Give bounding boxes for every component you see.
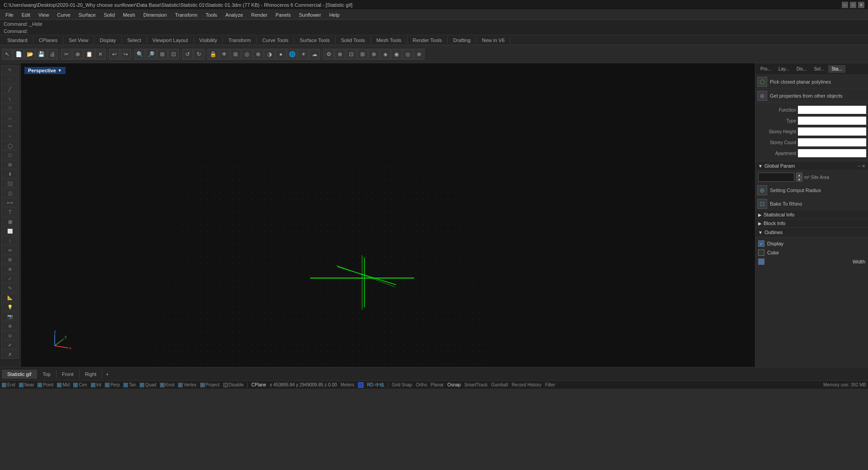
tool-analyze2[interactable]: 📐: [1, 293, 19, 302]
tool-undo[interactable]: ↩: [109, 49, 120, 60]
menu-view[interactable]: View: [35, 11, 53, 19]
stepper-down[interactable]: ▼: [796, 177, 802, 182]
tab-transform[interactable]: Transform: [223, 37, 257, 44]
menu-dimension[interactable]: Dimension: [140, 11, 170, 19]
tool-point[interactable]: ·: [1, 75, 19, 84]
tool-copy[interactable]: ⊕: [72, 49, 83, 60]
tool-misc8[interactable]: ◎: [402, 49, 413, 60]
tab-drafting[interactable]: Drafting: [448, 37, 476, 44]
tab-select[interactable]: Select: [122, 37, 147, 44]
tool-render-shade[interactable]: ●: [275, 49, 286, 60]
checkbox-near[interactable]: ✓: [19, 383, 24, 387]
checkbox-vertex[interactable]: ✓: [178, 383, 183, 387]
viewport-dropdown-icon[interactable]: ▼: [58, 68, 62, 73]
tool-circle[interactable]: ○: [1, 132, 19, 141]
pick-polylines-icon[interactable]: ⬡: [757, 77, 767, 87]
view-tab-right[interactable]: Right: [80, 370, 103, 379]
tab-display[interactable]: Display: [94, 37, 122, 44]
status-planar[interactable]: Planar: [431, 382, 444, 387]
tab-mesh-tools[interactable]: Mesh Tools: [371, 37, 407, 44]
checkbox-project[interactable]: ✓: [200, 383, 205, 387]
stepper-up[interactable]: ▲: [796, 173, 802, 177]
tool-globe[interactable]: 🌐: [287, 49, 297, 60]
view-tab-add-icon[interactable]: +: [102, 370, 112, 379]
tool-zoom-out[interactable]: 🔎: [146, 49, 156, 60]
tool-extra2[interactable]: ⊙: [1, 331, 19, 340]
site-area-input[interactable]: 33110.00: [758, 173, 794, 182]
viewport-area[interactable]: Perspective ▼: [21, 63, 755, 367]
tool-zoom-in[interactable]: 🔍: [134, 49, 145, 60]
tool-mirror[interactable]: ⇔: [1, 245, 19, 254]
statistical-info-header[interactable]: ▶ Statistical Info: [755, 211, 868, 219]
block-info-header[interactable]: ▶ Block Info: [755, 219, 868, 228]
tool-cam[interactable]: 📷: [1, 312, 19, 321]
tool-misc4[interactable]: ⊞: [357, 49, 368, 60]
tool-misc2[interactable]: ⊕: [335, 49, 345, 60]
setting-comput-icon[interactable]: ⊛: [757, 185, 767, 195]
tool-open[interactable]: 📂: [24, 49, 35, 60]
tool-text[interactable]: T: [1, 207, 19, 216]
panel-tab-display[interactable]: Dis...: [793, 65, 810, 73]
site-area-stepper[interactable]: ▲ ▼: [796, 173, 802, 182]
checkbox-int[interactable]: ✓: [91, 383, 95, 387]
status-ortho[interactable]: Ortho: [416, 382, 427, 387]
tool-save[interactable]: 💾: [36, 49, 47, 60]
menu-transform[interactable]: Transform: [171, 11, 201, 19]
get-properties-icon[interactable]: ⊕: [757, 91, 767, 101]
tool-dim[interactable]: ⟺: [1, 198, 19, 207]
checkbox-cen[interactable]: ✓: [73, 383, 78, 387]
tool-extra3[interactable]: ✔: [1, 340, 19, 349]
tool-cut[interactable]: ✂: [61, 49, 72, 60]
tool-cloud[interactable]: ☁: [309, 49, 320, 60]
tool-shaded[interactable]: ◑: [264, 49, 275, 60]
menu-tools[interactable]: Tools: [202, 11, 221, 19]
checkbox-disable[interactable]: [223, 383, 228, 387]
status-smart-track[interactable]: SmartTrack: [464, 382, 487, 387]
bake-to-rhino-icon[interactable]: ⊡: [757, 199, 767, 209]
global-param-minus[interactable]: ─: [858, 164, 861, 169]
panel-tab-properties[interactable]: Pro...: [757, 65, 774, 73]
tool-rotate-left[interactable]: ↺: [182, 49, 193, 60]
tool-extra4[interactable]: ✗: [1, 350, 19, 359]
status-grid-snap[interactable]: Grid Snap: [392, 382, 412, 387]
get-properties-label[interactable]: Get properties from other objects: [770, 93, 843, 99]
tool-paste[interactable]: 📋: [84, 49, 94, 60]
tool-mesh2[interactable]: ◫: [1, 188, 19, 197]
menu-help[interactable]: Help: [326, 11, 343, 19]
tool-misc9[interactable]: ⊕: [414, 49, 425, 60]
tool-ellipse[interactable]: ◯: [1, 141, 19, 150]
menu-surface[interactable]: Surface: [75, 11, 99, 19]
checkbox-end[interactable]: ✓: [2, 383, 6, 387]
panel-tab-statistic[interactable]: Sta...: [828, 65, 845, 73]
status-gumball[interactable]: Gumball: [491, 382, 508, 387]
tool-misc1[interactable]: ⚙: [323, 49, 334, 60]
tab-cplanes[interactable]: CPlanes: [33, 37, 64, 44]
tool-block[interactable]: ⬜: [1, 226, 19, 235]
setting-comput-label[interactable]: Setting Comput Radius: [770, 188, 821, 193]
outlines-header[interactable]: ▼ Outlines: [755, 228, 868, 237]
tool-snap[interactable]: ◎: [241, 49, 252, 60]
color-checkbox[interactable]: [758, 249, 764, 256]
tool-misc5[interactable]: ⊕: [368, 49, 379, 60]
display-checkbox[interactable]: ✓: [758, 240, 764, 247]
tool-new[interactable]: 📄: [13, 49, 24, 60]
menu-mesh[interactable]: Mesh: [119, 11, 139, 19]
tool-edit-tools[interactable]: ✎: [1, 283, 19, 292]
menu-sunflower[interactable]: Sunflower: [295, 11, 325, 19]
panel-tab-layers[interactable]: Lay...: [775, 65, 793, 73]
tool-array[interactable]: ⊞: [1, 255, 19, 264]
tool-misc6[interactable]: ◈: [380, 49, 391, 60]
tool-misc3[interactable]: ⊡: [346, 49, 357, 60]
menu-render[interactable]: Render: [248, 11, 271, 19]
menu-edit[interactable]: Edit: [18, 11, 34, 19]
checkbox-quad[interactable]: ✓: [140, 383, 144, 387]
tool-arrow[interactable]: ↖: [2, 49, 13, 60]
tool-zoom-all[interactable]: ⊞: [157, 49, 168, 60]
tool-surface1[interactable]: ⬡: [1, 150, 19, 160]
checkbox-tan[interactable]: ✓: [123, 383, 128, 387]
view-tab-statistic-gif[interactable]: Statistic gif: [2, 370, 37, 379]
tool-render2[interactable]: 💡: [1, 302, 19, 311]
tool-select-arrow[interactable]: ↖: [1, 65, 19, 74]
tool-hatch[interactable]: ▦: [1, 217, 19, 226]
prop-input-type[interactable]: [798, 117, 866, 125]
